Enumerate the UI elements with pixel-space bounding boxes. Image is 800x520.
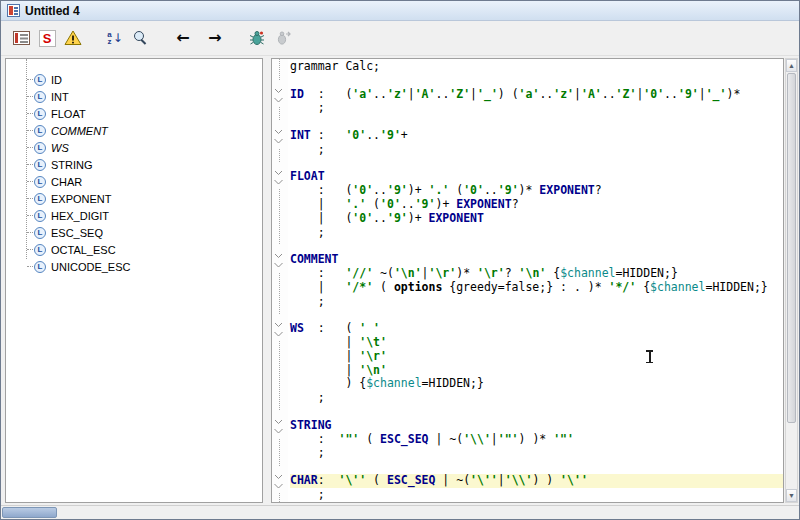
- app-window: Untitled 4 S a z ↓: [0, 0, 800, 520]
- rule-collapse-chevron-icon[interactable]: [273, 162, 284, 180]
- code-line[interactable]: INT : '0'..'9'+: [290, 129, 783, 143]
- rules-panel: LIDLINTLFLOATLCOMMENTLWSLSTRINGLCHARLEXP…: [5, 58, 263, 503]
- scroll-up-button[interactable]: ▲: [786, 59, 797, 72]
- code-line[interactable]: ;: [290, 295, 783, 309]
- tree-item-octal_esc[interactable]: LOCTAL_ESC: [6, 241, 262, 258]
- lexer-rule-icon: L: [34, 210, 46, 222]
- lexer-rule-icon: L: [34, 193, 46, 205]
- code-line[interactable]: WS : ( ' ': [290, 322, 783, 336]
- tree-item-int[interactable]: LINT: [6, 88, 262, 105]
- find-button[interactable]: [128, 25, 154, 51]
- code-line[interactable]: [290, 460, 783, 474]
- code-line[interactable]: | '/*' ( options {greedy=false;} : . )* …: [290, 281, 783, 295]
- code-line[interactable]: : '"' ( ESC_SEQ | ~('\\'|'"') )* '"': [290, 433, 783, 447]
- lexer-rule-icon: L: [34, 261, 46, 273]
- code-line[interactable]: | '\r': [290, 350, 783, 364]
- warnings-icon: [64, 30, 82, 46]
- tree-item-exponent[interactable]: LEXPONENT: [6, 190, 262, 207]
- code-line[interactable]: [290, 239, 783, 253]
- code-line[interactable]: [290, 74, 783, 88]
- horizontal-scrollbar[interactable]: [1, 505, 799, 519]
- code-line[interactable]: ;: [290, 143, 783, 157]
- code-line[interactable]: : ('0'..'9')+ '.' ('0'..'9')* EXPONENT?: [290, 184, 783, 198]
- lexer-rule-icon: L: [34, 125, 46, 137]
- forward-button[interactable]: →: [202, 25, 228, 51]
- syntax-diagram-button[interactable]: S: [34, 25, 60, 51]
- code-line[interactable]: | ('0'..'9')+ EXPONENT: [290, 212, 783, 226]
- lexer-rule-icon: L: [34, 244, 46, 256]
- tree-item-label: INT: [51, 91, 69, 103]
- toolbar: S a z ↓ ← →: [1, 21, 799, 56]
- code-line[interactable]: COMMENT: [290, 253, 783, 267]
- code-line[interactable]: ;: [290, 391, 783, 405]
- rules-tree: LIDLINTLFLOATLCOMMENTLWSLSTRINGLCHARLEXP…: [6, 59, 262, 275]
- horizontal-scroll-thumb[interactable]: [2, 507, 57, 518]
- editor-panel: grammar Calc; ID : ('a'..'z'|'A'..'Z'|'_…: [271, 58, 784, 503]
- code-line[interactable]: CHAR: '\'' ( ESC_SEQ | ~('\''|'\\') ) '\…: [290, 474, 783, 488]
- scroll-down-button[interactable]: ▼: [786, 489, 797, 502]
- sort-rules-icon: a z ↓: [107, 31, 123, 45]
- tree-item-label: HEX_DIGIT: [51, 210, 109, 222]
- code-area[interactable]: grammar Calc; ID : ('a'..'z'|'A'..'Z'|'_…: [288, 59, 783, 502]
- debug-external-button[interactable]: [270, 25, 296, 51]
- back-button[interactable]: ←: [170, 25, 196, 51]
- tree-item-ws[interactable]: LWS: [6, 139, 262, 156]
- editor-gutter: [272, 59, 288, 502]
- tree-item-unicode_esc[interactable]: LUNICODE_ESC: [6, 258, 262, 275]
- tree-item-label: ID: [51, 74, 62, 86]
- code-line[interactable]: : '//' ~('\n'|'\r')* '\r'? '\n' {$channe…: [290, 267, 783, 281]
- warnings-button[interactable]: [60, 25, 86, 51]
- rule-collapse-chevron-icon[interactable]: [273, 245, 284, 263]
- rule-collapse-chevron-icon[interactable]: [273, 80, 284, 98]
- debug-button[interactable]: [244, 25, 270, 51]
- code-line[interactable]: [290, 405, 783, 419]
- title-bar[interactable]: Untitled 4: [1, 1, 799, 21]
- window-title: Untitled 4: [25, 4, 80, 18]
- tree-item-label: COMMENT: [51, 125, 108, 137]
- debug-external-icon: [275, 30, 291, 46]
- sort-rules-button[interactable]: a z ↓: [102, 25, 128, 51]
- vertical-scrollbar[interactable]: ▲ ▼: [785, 58, 798, 503]
- tree-item-id[interactable]: LID: [6, 71, 262, 88]
- tree-item-label: CHAR: [51, 176, 82, 188]
- lexer-rule-icon: L: [34, 74, 46, 86]
- code-line[interactable]: grammar Calc;: [290, 60, 783, 74]
- panel-splitter[interactable]: [264, 58, 271, 503]
- code-line[interactable]: FLOAT: [290, 170, 783, 184]
- vertical-scroll-thumb[interactable]: [787, 73, 796, 423]
- code-line[interactable]: | '.' ('0'..'9')+ EXPONENT?: [290, 198, 783, 212]
- rules-list-icon: [13, 31, 30, 45]
- code-line[interactable]: | '\t': [290, 336, 783, 350]
- rule-collapse-chevron-icon[interactable]: [273, 314, 284, 332]
- tree-item-comment[interactable]: LCOMMENT: [6, 122, 262, 139]
- rule-collapse-chevron-icon[interactable]: [273, 121, 284, 139]
- lexer-rule-icon: L: [34, 176, 46, 188]
- rules-list-button[interactable]: [8, 25, 34, 51]
- tree-item-char[interactable]: LCHAR: [6, 173, 262, 190]
- code-line[interactable]: [290, 115, 783, 129]
- rule-collapse-chevron-icon[interactable]: [273, 411, 284, 429]
- tree-item-label: WS: [51, 142, 69, 154]
- rule-collapse-chevron-icon[interactable]: [273, 466, 284, 484]
- forward-icon: →: [208, 30, 221, 46]
- code-line[interactable]: ID : ('a'..'z'|'A'..'Z'|'_') ('a'..'z'|'…: [290, 88, 783, 102]
- code-line[interactable]: [290, 308, 783, 322]
- lexer-rule-icon: L: [34, 227, 46, 239]
- tree-item-hex_digit[interactable]: LHEX_DIGIT: [6, 207, 262, 224]
- tree-item-label: UNICODE_ESC: [51, 261, 130, 273]
- find-icon: [133, 30, 149, 46]
- code-line[interactable]: ;: [290, 446, 783, 460]
- tree-item-string[interactable]: LSTRING: [6, 156, 262, 173]
- code-line[interactable]: ;: [290, 226, 783, 240]
- code-line[interactable]: [290, 157, 783, 171]
- code-line[interactable]: | '\n': [290, 364, 783, 378]
- code-line[interactable]: STRING: [290, 419, 783, 433]
- tree-item-float[interactable]: LFLOAT: [6, 105, 262, 122]
- main-content: LIDLINTLFLOATLCOMMENTLWSLSTRINGLCHARLEXP…: [1, 56, 799, 505]
- tree-item-label: FLOAT: [51, 108, 86, 120]
- code-line[interactable]: ;: [290, 101, 783, 115]
- tree-item-esc_seq[interactable]: LESC_SEQ: [6, 224, 262, 241]
- syntax-s-icon: S: [39, 30, 56, 47]
- code-line[interactable]: ;: [290, 488, 783, 502]
- code-line[interactable]: ) {$channel=HIDDEN;}: [290, 377, 783, 391]
